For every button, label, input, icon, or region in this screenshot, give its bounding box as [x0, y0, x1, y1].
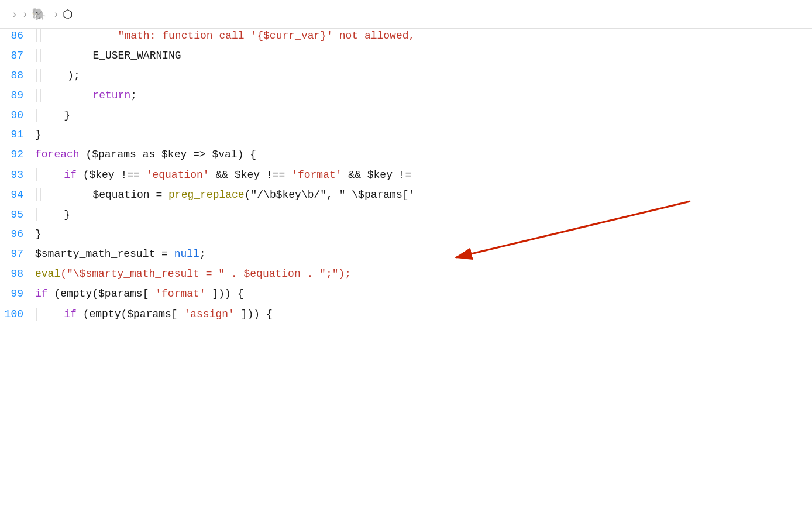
token: ($key !==: [77, 169, 146, 181]
code-line-91: 91}: [0, 128, 812, 148]
line-number-95: 95: [0, 209, 35, 221]
token: [39, 169, 64, 181]
line-number-86: 86: [0, 30, 35, 42]
code-line-93: 93 if ($key !== 'equation' && $key !== '…: [0, 168, 812, 188]
code-line-94: 94 $equation = preg_replace("/\b$key\b/"…: [0, 188, 812, 208]
indent-bar: [40, 69, 41, 82]
token: 'format': [155, 288, 205, 300]
indent-bar: [36, 89, 37, 102]
code-line-100: 100 if (empty($params[ 'assign' ])) {: [0, 307, 812, 327]
token: $smarty_math_result =: [35, 248, 174, 260]
token: [42, 90, 92, 101]
token: return: [92, 90, 130, 101]
code-line-88: 88 );: [0, 68, 812, 88]
code-line-99: 99if (empty($params[ 'format' ])) {: [0, 287, 812, 307]
cube-icon: ⬡: [63, 7, 73, 21]
code-editor: 86 "math: function call '{$curr_var}' no…: [0, 29, 812, 327]
token: }: [35, 228, 42, 240]
token: );: [42, 70, 80, 81]
line-content-93: if ($key !== 'equation' && $key !== 'for…: [35, 168, 812, 181]
token: }: [35, 129, 42, 140]
token: 'assign': [184, 308, 234, 320]
token: E_USER_WARNING: [42, 50, 181, 61]
token: }: [39, 109, 70, 121]
line-content-99: if (empty($params[ 'format' ])) {: [35, 288, 812, 300]
token: if: [35, 288, 48, 300]
token: ;: [130, 90, 137, 101]
token: 'format': [291, 169, 342, 181]
token: 'equation': [146, 169, 209, 181]
line-number-100: 100: [0, 308, 35, 320]
line-number-96: 96: [0, 228, 35, 240]
line-number-91: 91: [0, 129, 35, 140]
code-line-92: 92foreach ($params as $key => $val) {: [0, 148, 812, 168]
code-line-95: 95 }: [0, 208, 812, 228]
line-content-94: $equation = preg_replace("/\b$key\b/", "…: [35, 188, 812, 201]
indent-bar: [36, 69, 37, 82]
token: ("/\b$key\b/", " \$params[': [245, 189, 415, 201]
indent-bar: [36, 49, 37, 62]
breadcrumb-sep-3: ›: [54, 8, 58, 20]
token: ' not allowed,: [326, 30, 415, 42]
indent-bar: [40, 49, 41, 62]
line-content-87: E_USER_WARNING: [35, 49, 812, 62]
line-content-89: return;: [35, 89, 812, 102]
token: ])) {: [206, 288, 244, 300]
token: ($params as $key => $val) {: [80, 149, 256, 160]
token: (empty($params[: [48, 288, 156, 300]
token: if: [64, 169, 77, 181]
indent-bar: [36, 109, 37, 122]
line-number-97: 97: [0, 248, 35, 260]
indent-bar: [36, 208, 37, 221]
line-content-95: }: [35, 208, 812, 221]
indent-bar: [40, 188, 41, 201]
token: $equation =: [42, 189, 168, 201]
line-number-99: 99: [0, 288, 35, 300]
line-content-86: "math: function call '{$curr_var}' not a…: [35, 29, 812, 42]
line-content-98: eval("\$smarty_math_result = " . $equati…: [35, 268, 812, 280]
line-number-93: 93: [0, 169, 35, 181]
token: eval: [35, 268, 60, 280]
line-content-88: );: [35, 69, 812, 82]
line-number-90: 90: [0, 109, 35, 121]
breadcrumb-sep-1: ›: [13, 8, 16, 20]
line-content-90: }: [35, 109, 812, 122]
token: "math: function call ': [42, 30, 257, 42]
token: && $key !=: [342, 169, 412, 181]
token: ;: [199, 248, 206, 260]
line-number-87: 87: [0, 50, 35, 61]
code-line-96: 96}: [0, 228, 812, 247]
line-number-94: 94: [0, 189, 35, 201]
indent-bar: [40, 29, 41, 42]
token: }: [39, 209, 70, 221]
elephant-icon: 🐘: [32, 7, 46, 21]
token: {$curr_var}: [257, 30, 326, 42]
line-number-88: 88: [0, 70, 35, 81]
token: && $key !==: [209, 169, 291, 181]
token: if: [64, 308, 77, 320]
token: preg_replace: [168, 189, 245, 201]
indent-bar: [40, 89, 41, 102]
line-content-96: }: [35, 228, 812, 240]
indent-bar: [36, 168, 37, 181]
code-line-98: 98eval("\$smarty_math_result = " . $equa…: [0, 267, 812, 287]
line-content-92: foreach ($params as $key => $val) {: [35, 149, 812, 160]
code-line-86: 86 "math: function call '{$curr_var}' no…: [0, 29, 812, 49]
line-number-89: 89: [0, 90, 35, 101]
line-content-91: }: [35, 129, 812, 140]
line-content-97: $smarty_math_result = null;: [35, 248, 812, 260]
line-number-98: 98: [0, 268, 35, 280]
breadcrumb-sep-2: ›: [23, 8, 27, 20]
token: (empty($params[: [77, 308, 184, 320]
indent-bar: [36, 308, 37, 321]
code-line-97: 97$smarty_math_result = null;: [0, 247, 812, 267]
indent-bar: [36, 29, 37, 42]
code-line-90: 90 }: [0, 108, 812, 128]
breadcrumb: › › 🐘 › ⬡: [0, 0, 812, 29]
token: ])) {: [235, 308, 273, 320]
token: foreach: [35, 149, 80, 160]
token: ("\$smarty_math_result = " . $equation .…: [60, 268, 351, 280]
code-line-87: 87 E_USER_WARNING: [0, 49, 812, 68]
token: [39, 308, 64, 320]
line-number-92: 92: [0, 149, 35, 160]
